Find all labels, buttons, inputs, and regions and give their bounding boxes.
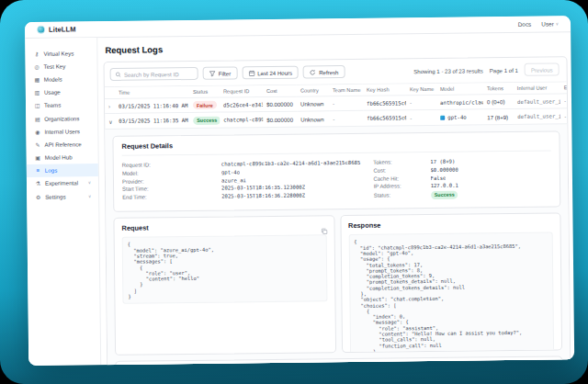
sidebar-item-model-hub[interactable]: ▣ Model Hub bbox=[27, 151, 98, 164]
status-badge: Failure bbox=[193, 101, 217, 109]
status-badge: Success bbox=[193, 116, 220, 124]
sidebar-item-settings[interactable]: ⚙ Settings ∨ bbox=[27, 189, 98, 203]
sidebar-item-label: Experimental bbox=[45, 180, 78, 186]
sidebar-item-label: Virtual Keys bbox=[43, 50, 74, 56]
field-label: Status: bbox=[374, 192, 431, 198]
response-panel-title: Response bbox=[348, 220, 553, 231]
sidebar-item-organizations[interactable]: ▤ Organizations bbox=[26, 111, 97, 125]
cell-end-user: - bbox=[560, 94, 567, 109]
docs-link[interactable]: Docs bbox=[518, 21, 532, 28]
cell-country: Unknown bbox=[297, 111, 329, 126]
cell-time: 03/15/2025 11:16:35 AM bbox=[115, 113, 189, 129]
metadata-card: Metadata bbox=[115, 356, 562, 366]
test-key-icon: ◎ bbox=[34, 63, 40, 70]
filter-button[interactable]: Filter bbox=[203, 66, 238, 79]
chevron-down-icon: ∨ bbox=[88, 194, 94, 198]
sidebar-item-label: Logs bbox=[45, 167, 58, 174]
app-window: LiteLLM Docs User ∨ ⚷ Virtual Keys ◎ Tes… bbox=[25, 16, 574, 366]
search-input-wrapper bbox=[110, 67, 198, 81]
model-value: gpt-4o bbox=[221, 169, 240, 175]
previous-page-button[interactable]: Previous bbox=[525, 62, 560, 75]
search-input[interactable] bbox=[124, 70, 193, 77]
sidebar-item-label: Models bbox=[44, 76, 62, 83]
col-key-name: Key Name bbox=[406, 83, 436, 95]
cell-key-hash: fb66c565915c6... bbox=[363, 110, 406, 125]
calendar-icon bbox=[248, 70, 254, 76]
ip-address-value: 127.0.0.1 bbox=[431, 183, 458, 188]
field-label: Provider: bbox=[122, 177, 221, 184]
col-team-name: Team Name bbox=[329, 84, 363, 96]
sidebar-item-virtual-keys[interactable]: ⚷ Virtual Keys bbox=[25, 46, 96, 60]
sidebar: ⚷ Virtual Keys ◎ Test Key ▦ Models ▥ Usa… bbox=[25, 38, 101, 366]
cell-tokens: 17 (8+9) bbox=[483, 109, 514, 124]
field-label: End Time: bbox=[122, 193, 221, 199]
hub-icon: ▣ bbox=[35, 154, 41, 161]
col-request-id: Request ID bbox=[220, 85, 263, 98]
filter-button-label: Filter bbox=[219, 70, 232, 76]
provider-value: azure_ai bbox=[221, 177, 246, 183]
col-model: Model bbox=[436, 83, 483, 96]
sidebar-item-api-reference[interactable]: ✎ API Reference bbox=[26, 137, 97, 151]
field-label: Cost: bbox=[373, 167, 430, 174]
response-json: { "id": "chatcmpl-c899c1b3-ca2e-4214-a6d… bbox=[348, 232, 554, 354]
col-tokens: Tokens bbox=[483, 82, 514, 94]
cell-key-hash: fb66c565915c6... bbox=[363, 96, 406, 111]
sidebar-item-label: Internal Users bbox=[44, 128, 80, 134]
litellm-logo-icon bbox=[37, 26, 45, 34]
brand-name: LiteLLM bbox=[49, 25, 76, 33]
sidebar-item-internal-users[interactable]: ◉ Internal Users bbox=[26, 124, 97, 138]
col-key-hash: Key Hash bbox=[363, 84, 406, 96]
request-details-title: Request Details bbox=[121, 137, 550, 155]
cell-cost: $0.000000 bbox=[263, 96, 297, 112]
sidebar-item-usage[interactable]: ▥ Usage bbox=[26, 85, 97, 99]
main-content: Request Logs Filter bbox=[97, 32, 574, 365]
sidebar-item-models[interactable]: ▦ Models bbox=[26, 72, 97, 85]
sidebar-item-experimental[interactable]: ⚗ Experimental ∨ bbox=[27, 176, 98, 190]
logs-icon: ≡ bbox=[35, 168, 41, 174]
copy-icon[interactable] bbox=[321, 222, 327, 239]
sidebar-item-test-key[interactable]: ◎ Test Key bbox=[25, 59, 96, 73]
sidebar-item-label: Settings bbox=[45, 193, 65, 199]
gear-icon: ⚙ bbox=[35, 193, 41, 199]
refresh-button-label: Refresh bbox=[319, 69, 338, 75]
cell-tokens: 0 (0+0) bbox=[483, 94, 514, 109]
field-label: Request ID: bbox=[122, 162, 221, 168]
sidebar-item-logs[interactable]: ≡ Logs bbox=[27, 164, 98, 177]
user-icon: ◉ bbox=[34, 129, 40, 135]
request-json: { "model": "azure_ai/gpt-4o", "stream": … bbox=[122, 235, 327, 304]
cyan-backdrop: LiteLLM Docs User ∨ ⚷ Virtual Keys ◎ Tes… bbox=[0, 0, 588, 384]
collapse-row-icon[interactable]: ∨ bbox=[108, 119, 112, 124]
field-label: IP Address: bbox=[374, 183, 431, 189]
sidebar-item-teams[interactable]: ◫ Teams bbox=[26, 98, 97, 112]
chevron-down-icon: ∨ bbox=[88, 181, 94, 186]
user-menu[interactable]: User ∨ bbox=[541, 20, 559, 27]
flask-icon: ⚗ bbox=[35, 180, 41, 186]
refresh-icon bbox=[310, 69, 316, 75]
col-cost: Cost bbox=[263, 85, 297, 96]
cell-key-name: - bbox=[406, 95, 436, 110]
page-title: Request Logs bbox=[105, 40, 567, 55]
field-label: Start Time: bbox=[122, 186, 221, 192]
cache-hit-value: False bbox=[430, 175, 446, 180]
col-country: Country bbox=[297, 85, 329, 96]
sidebar-item-label: Model Hub bbox=[45, 154, 73, 161]
cell-key-name: - bbox=[406, 110, 436, 125]
building-icon: ▤ bbox=[34, 115, 40, 121]
teams-icon: ◫ bbox=[34, 102, 40, 108]
response-panel: Response { "id": "chatcmpl-c899c1b3-ca2e… bbox=[340, 213, 562, 354]
cell-model: anthropic/claude-... bbox=[436, 95, 483, 110]
cell-team: - bbox=[329, 96, 363, 111]
cell-request-id: chatcmpl-c899... bbox=[220, 112, 263, 127]
col-end-user: End User bbox=[560, 82, 568, 94]
cell-cost: $0.000000 bbox=[263, 112, 297, 127]
refresh-button[interactable]: Refresh bbox=[303, 65, 345, 79]
provider-logo-icon bbox=[440, 115, 445, 119]
cell-end-user: - bbox=[560, 108, 567, 123]
request-id-value: chatcmpl-c899c1b3-ca2e-4214-a6d1-a3ae215… bbox=[221, 160, 361, 167]
col-status: Status bbox=[189, 85, 220, 97]
expand-row-icon[interactable]: › bbox=[108, 104, 110, 109]
cell-request-id: d5c26ce4-e343... bbox=[220, 97, 263, 113]
logs-table-wrapper: Time Status Request ID Cost Country Team… bbox=[105, 81, 567, 128]
time-range-button[interactable]: Last 24 Hours bbox=[242, 66, 299, 80]
expanded-row-detail: Request Details Request ID:chatcmpl-c899… bbox=[105, 123, 570, 366]
